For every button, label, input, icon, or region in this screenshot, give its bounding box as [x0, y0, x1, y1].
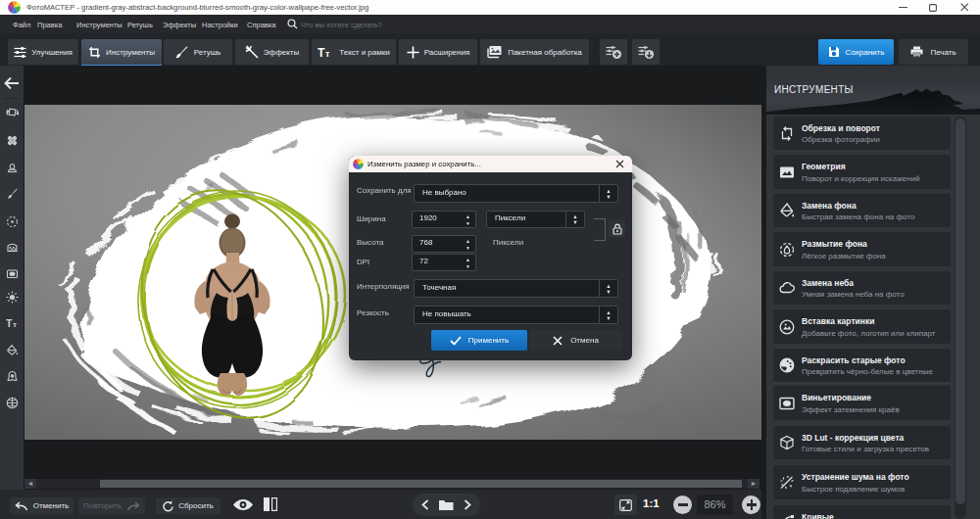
svg-text:T: T: [318, 46, 325, 58]
svg-text:т: т: [13, 320, 17, 329]
svg-text:т: т: [325, 49, 330, 58]
svg-text:T: T: [6, 317, 13, 329]
